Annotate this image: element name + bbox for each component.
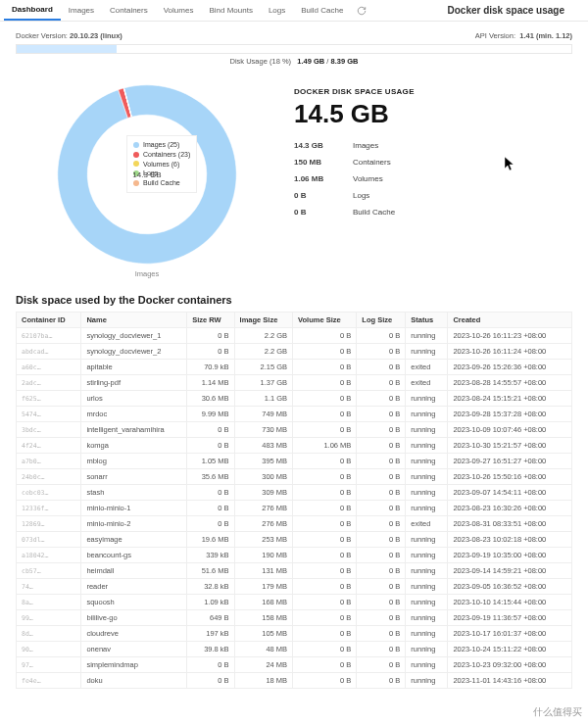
table-row[interactable]: abdcad…synology_docviewer_20 B2.2 GB0 B0… — [17, 344, 572, 360]
stat-label: Containers — [353, 158, 391, 167]
table-row[interactable]: 8d…cloudreve197 kB105 MB0 B0 Brunning202… — [17, 626, 572, 642]
cell-img: 168 MB — [234, 595, 292, 610]
cell-status: running — [406, 657, 448, 673]
tab-logs[interactable]: Logs — [261, 0, 293, 21]
cell-created: 2023-09-19 10:35:00 +08:00 — [448, 548, 572, 563]
col-image-size[interactable]: Image Size — [234, 313, 292, 328]
legend-images: Images (25) — [133, 140, 190, 150]
cell-name: bililive-go — [81, 610, 187, 626]
table-row[interactable]: a18042…beancount-gs339 kB190 MB0 B0 Brun… — [17, 548, 572, 563]
cell-status: exited — [406, 360, 448, 375]
tab-images[interactable]: Images — [61, 0, 102, 21]
tab-dashboard[interactable]: Dashboard — [4, 0, 61, 21]
cell-log: 0 B — [357, 501, 406, 516]
swatch-icon — [133, 180, 139, 186]
cell-log: 0 B — [357, 344, 406, 360]
cell-status: running — [406, 344, 448, 360]
col-volume-size[interactable]: Volume Size — [293, 313, 357, 328]
cell-cid: 90… — [17, 642, 81, 657]
cell-cid: 8d… — [17, 626, 81, 642]
cell-created: 2023-09-19 11:36:57 +08:00 — [448, 610, 572, 626]
tab-volumes[interactable]: Volumes — [156, 0, 202, 21]
cell-status: running — [406, 626, 448, 642]
table-row[interactable]: 073dl…easyimage19.6 MB253 MB0 B0 Brunnin… — [17, 532, 572, 548]
cell-cid: 97… — [17, 657, 81, 673]
cell-vol: 0 B — [293, 516, 357, 532]
table-row[interactable]: f625…urlos30.6 MB1.1 GB0 B0 Brunning2023… — [17, 391, 572, 407]
cell-img: 18 MB — [234, 673, 292, 689]
col-container-id[interactable]: Container ID — [17, 313, 81, 328]
col-created[interactable]: Created — [448, 313, 572, 328]
cell-log: 0 B — [357, 657, 406, 673]
table-row[interactable]: 3bdc…intelligent_varahamihira0 B730 MB0 … — [17, 422, 572, 438]
cell-rw: 0 B — [187, 657, 234, 673]
cell-rw: 51.6 MB — [187, 563, 234, 579]
cell-log: 0 B — [357, 673, 406, 689]
table-row[interactable]: 74…reader32.8 kB179 MB0 B0 Brunning2023-… — [17, 579, 572, 595]
table-row[interactable]: 12869…minio-minio-20 B276 MB0 B0 Bexited… — [17, 516, 572, 532]
col-log-size[interactable]: Log Size — [357, 313, 406, 328]
table-row[interactable]: 97…simplemindmap0 B24 MB0 B0 Brunning202… — [17, 657, 572, 673]
refresh-button[interactable] — [351, 6, 372, 16]
cell-vol: 0 B — [293, 422, 357, 438]
col-name[interactable]: Name — [81, 313, 187, 328]
stat-row: 1.06 MBVolumes — [294, 170, 559, 187]
tab-bind-mounts[interactable]: Bind Mounts — [201, 0, 260, 21]
cell-cid: fe4e… — [17, 673, 81, 689]
cell-cid: 073dl… — [17, 532, 81, 548]
table-row[interactable]: a7b0…mblog1.05 MB395 MB0 B0 Brunning2023… — [17, 454, 572, 469]
table-row[interactable]: 99…bililive-go649 B158 MB0 B0 Brunning20… — [17, 610, 572, 626]
cell-status: running — [406, 469, 448, 485]
cell-status: running — [406, 642, 448, 657]
cell-status: running — [406, 579, 448, 595]
cell-cid: a18042… — [17, 548, 81, 563]
donut-center-label: 14.3 GB — [132, 170, 161, 179]
cell-img: 309 MB — [234, 485, 292, 501]
cell-img: 2.2 GB — [234, 344, 292, 360]
stats-summary: DOCKER DISK SPACE USAGE 14.5 GB 14.3 GBI… — [294, 81, 559, 278]
cell-img: 158 MB — [234, 610, 292, 626]
legend-volumes: Volumes (6) — [133, 160, 190, 169]
cell-rw: 0 B — [187, 344, 234, 360]
stat-label: Volumes — [353, 174, 383, 183]
cell-rw: 197 kB — [187, 626, 234, 642]
table-row[interactable]: cebc03…stash0 B309 MB0 B0 Brunning2023-0… — [17, 485, 572, 501]
table-row[interactable]: cb57…heimdall51.6 MB131 MB0 B0 Brunning2… — [17, 563, 572, 579]
swatch-icon — [133, 142, 139, 148]
cell-name: apitable — [81, 360, 187, 375]
cell-img: 2.2 GB — [234, 328, 292, 344]
cell-rw: 339 kB — [187, 548, 234, 563]
table-row[interactable]: a60c…apitable70.9 kB2.15 GB0 B0 Bexited2… — [17, 360, 572, 375]
legend-label: Build Cache — [143, 178, 180, 188]
cell-status: running — [406, 501, 448, 516]
cell-cid: 24b0c… — [17, 469, 81, 485]
table-row[interactable]: 2adc…stirling-pdf1.14 MB1.37 GB0 B0 Bexi… — [17, 375, 572, 391]
cell-img: 105 MB — [234, 626, 292, 642]
table-row[interactable]: fe4e…doku0 B18 MB0 B0 Brunning2023-11-01… — [17, 673, 572, 689]
cell-log: 0 B — [357, 563, 406, 579]
cell-status: running — [406, 407, 448, 422]
table-row[interactable]: 90…onenav39.8 kB48 MB0 B0 Brunning2023-1… — [17, 642, 572, 657]
col-status[interactable]: Status — [406, 313, 448, 328]
table-row[interactable]: 24b0c…sonarr35.6 MB300 MB0 B0 Brunning20… — [17, 469, 572, 485]
cell-created: 2023-10-09 10:07:46 +08:00 — [448, 422, 572, 438]
tab-build-cache[interactable]: Build Cache — [293, 0, 351, 21]
cell-cid: 3bdc… — [17, 422, 81, 438]
cell-created: 2023-08-23 16:30:26 +08:00 — [448, 501, 572, 516]
col-size-rw[interactable]: Size RW — [187, 313, 234, 328]
cell-rw: 30.6 MB — [187, 391, 234, 407]
cell-name: easyimage — [81, 532, 187, 548]
donut-chart: Images (25)Containers (23)Volumes (6)Log… — [29, 81, 265, 278]
cell-cid: cb57… — [17, 563, 81, 579]
cell-vol: 1.06 MB — [293, 438, 357, 454]
table-row[interactable]: 12336f…minio-minio-10 B276 MB0 B0 Brunni… — [17, 501, 572, 516]
table-row[interactable]: 8a…squoosh1.09 kB168 MB0 B0 Brunning2023… — [17, 595, 572, 610]
table-row[interactable]: 62107ba…synology_docviewer_10 B2.2 GB0 B… — [17, 328, 572, 344]
table-row[interactable]: 5474…mrdoc9.99 MB749 MB0 B0 Brunning2023… — [17, 407, 572, 422]
cell-created: 2023-09-26 15:26:36 +08:00 — [448, 360, 572, 375]
cell-vol: 0 B — [293, 673, 357, 689]
cell-status: running — [406, 610, 448, 626]
cell-rw: 1.09 kB — [187, 595, 234, 610]
tab-containers[interactable]: Containers — [102, 0, 156, 21]
table-row[interactable]: 4f24…komga0 B483 MB1.06 MB0 Brunning2023… — [17, 438, 572, 454]
